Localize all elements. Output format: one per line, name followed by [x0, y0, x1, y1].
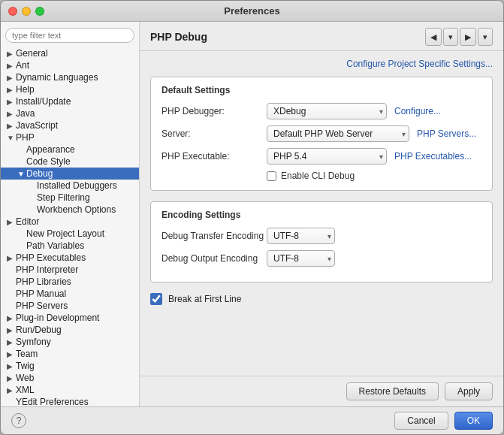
- sidebar-item-team[interactable]: ▶Team: [1, 348, 139, 360]
- sidebar-label-javascript: JavaScript: [16, 120, 136, 131]
- enable-cli-label: Enable CLI Debug: [281, 171, 355, 181]
- sidebar-item-appearance[interactable]: Appearance: [1, 143, 139, 156]
- tree-arrow-xml: ▶: [7, 386, 16, 394]
- maximize-button[interactable]: [35, 7, 44, 16]
- sidebar-label-step-filtering: Step Filtering: [37, 192, 136, 203]
- ok-button[interactable]: OK: [454, 412, 493, 430]
- sidebar-item-web[interactable]: ▶Web: [1, 372, 139, 384]
- sidebar-label-install-update: Install/Update: [16, 96, 136, 107]
- sidebar-item-xml[interactable]: ▶XML: [1, 384, 139, 396]
- close-button[interactable]: [8, 7, 17, 16]
- configure-project-link[interactable]: Configure Project Specific Settings...: [346, 59, 493, 69]
- search-input[interactable]: [5, 28, 134, 43]
- nav-back-button[interactable]: ◀: [425, 28, 442, 46]
- sidebar-item-javascript[interactable]: ▶JavaScript: [1, 119, 139, 131]
- nav-dropdown-button[interactable]: ▾: [443, 28, 458, 46]
- break-at-first-line-checkbox[interactable]: [150, 293, 162, 305]
- sidebar-item-yedit-preferences[interactable]: YEdit Preferences: [1, 396, 139, 406]
- sidebar-item-install-update[interactable]: ▶Install/Update: [1, 95, 139, 107]
- sidebar-item-java[interactable]: ▶Java: [1, 107, 139, 119]
- break-at-first-line-label: Break at First Line: [168, 294, 241, 304]
- sidebar-item-debug[interactable]: ▼Debug: [1, 168, 139, 180]
- sidebar-label-xml: XML: [16, 385, 136, 395]
- footer-bar: ? Cancel OK: [1, 406, 503, 434]
- sidebar-item-path-variables[interactable]: Path Variables: [1, 240, 139, 252]
- sidebar-label-php-libraries: PHP Libraries: [16, 276, 136, 287]
- sidebar-item-twig[interactable]: ▶Twig: [1, 360, 139, 372]
- tree-arrow-java: ▶: [7, 110, 16, 118]
- server-select-wrap: Default PHP Web Server PHP Servers...: [267, 125, 481, 142]
- php-executables-link[interactable]: PHP Executables...: [394, 151, 472, 162]
- sidebar-label-plugin-development: Plug-in Development: [16, 313, 136, 323]
- sidebar-label-workbench-options: Workbench Options: [37, 204, 136, 215]
- sidebar-label-appearance: Appearance: [26, 144, 136, 155]
- sidebar-item-editor[interactable]: ▶Editor: [1, 216, 139, 228]
- debug-transfer-select[interactable]: UTF-8 UTF-16 ISO-8859-1: [267, 228, 335, 244]
- minimize-button[interactable]: [22, 7, 31, 16]
- footer-buttons: Cancel OK: [394, 412, 493, 430]
- tree-arrow-twig: ▶: [7, 362, 16, 370]
- titlebar: Preferences: [1, 1, 503, 22]
- sidebar-item-php-servers[interactable]: PHP Servers: [1, 300, 139, 312]
- php-servers-link[interactable]: PHP Servers...: [417, 128, 476, 139]
- sidebar-item-ant[interactable]: ▶Ant: [1, 59, 139, 71]
- sidebar-label-twig: Twig: [16, 361, 136, 371]
- nav-dropdown2-button[interactable]: ▾: [478, 28, 493, 46]
- tree-arrow-symfony: ▶: [7, 338, 16, 346]
- sidebar-item-php-executables[interactable]: ▶PHP Executables: [1, 252, 139, 264]
- php-executable-row: PHP Executable: PHP 5.4 PHP 5.5 PHP 5.6 …: [161, 148, 481, 165]
- nav-forward-button[interactable]: ▶: [460, 28, 476, 46]
- sidebar-label-installed-debuggers: Installed Debuggers: [37, 180, 136, 191]
- sidebar-label-symfony: Symfony: [16, 337, 136, 347]
- tree-arrow-php: ▼: [7, 134, 16, 142]
- tree-arrow-help: ▶: [7, 86, 16, 94]
- enable-cli-checkbox[interactable]: [267, 171, 276, 181]
- sidebar-label-debug: Debug: [26, 168, 136, 179]
- tree-arrow-dynamic-languages: ▶: [7, 74, 16, 82]
- default-settings-section: Default Settings PHP Debugger: XDebug Ze…: [150, 77, 493, 191]
- server-label: Server:: [161, 128, 267, 139]
- debug-output-select[interactable]: UTF-8 UTF-16 ISO-8859-1: [267, 250, 335, 267]
- sidebar-item-php-manual[interactable]: PHP Manual: [1, 288, 139, 300]
- configure-link[interactable]: Configure...: [394, 106, 441, 116]
- php-executable-select[interactable]: PHP 5.4 PHP 5.5 PHP 5.6: [267, 148, 387, 165]
- sidebar-label-path-variables: Path Variables: [26, 240, 136, 251]
- sidebar-item-run-debug[interactable]: ▶Run/Debug: [1, 324, 139, 336]
- sidebar-item-php[interactable]: ▼PHP: [1, 131, 139, 143]
- apply-button[interactable]: Apply: [445, 382, 493, 400]
- sidebar-item-symfony[interactable]: ▶Symfony: [1, 336, 139, 348]
- sidebar-label-dynamic-languages: Dynamic Languages: [16, 72, 136, 83]
- sidebar-item-plugin-development[interactable]: ▶Plug-in Development: [1, 312, 139, 324]
- php-debugger-row: PHP Debugger: XDebug Zend Debugger Confi…: [161, 103, 481, 119]
- tree-arrow-run-debug: ▶: [7, 326, 16, 334]
- sidebar-item-workbench-options[interactable]: Workbench Options: [1, 204, 139, 216]
- sidebar-item-php-interpreter[interactable]: PHP Interpreter: [1, 264, 139, 276]
- tree-arrow-javascript: ▶: [7, 122, 16, 130]
- sidebar-item-dynamic-languages[interactable]: ▶Dynamic Languages: [1, 71, 139, 83]
- debug-transfer-label: Debug Transfer Encoding: [161, 231, 267, 241]
- enable-cli-row: Enable CLI Debug: [161, 171, 481, 181]
- php-debugger-select[interactable]: XDebug Zend Debugger: [267, 103, 387, 119]
- sidebar-item-step-filtering[interactable]: Step Filtering: [1, 192, 139, 204]
- sidebar-item-new-project-layout[interactable]: New Project Layout: [1, 228, 139, 240]
- header-nav: ◀ ▾ ▶ ▾: [425, 28, 493, 46]
- sidebar-label-web: Web: [16, 373, 136, 383]
- sidebar-label-php-manual: PHP Manual: [16, 288, 136, 299]
- tree-arrow-ant: ▶: [7, 62, 16, 70]
- sidebar-item-installed-debuggers[interactable]: Installed Debuggers: [1, 180, 139, 192]
- sidebar-label-php: PHP: [16, 132, 136, 143]
- sidebar-item-general[interactable]: ▶General: [1, 47, 139, 59]
- server-select[interactable]: Default PHP Web Server: [267, 125, 409, 142]
- content-area: ▶General▶Ant▶Dynamic Languages▶Help▶Inst…: [1, 22, 503, 406]
- sidebar-item-help[interactable]: ▶Help: [1, 83, 139, 95]
- window-title: Preferences: [224, 5, 279, 17]
- cancel-button[interactable]: Cancel: [394, 412, 448, 430]
- help-icon[interactable]: ?: [11, 413, 26, 428]
- sidebar-label-yedit-preferences: YEdit Preferences: [16, 397, 136, 406]
- server-select-wrapper: Default PHP Web Server: [267, 125, 409, 142]
- sidebar-label-ant: Ant: [16, 60, 136, 71]
- restore-defaults-button[interactable]: Restore Defaults: [346, 382, 439, 400]
- sidebar-item-code-style[interactable]: Code Style: [1, 156, 139, 168]
- php-executable-select-wrapper: PHP 5.4 PHP 5.5 PHP 5.6: [267, 148, 387, 165]
- sidebar-item-php-libraries[interactable]: PHP Libraries: [1, 276, 139, 288]
